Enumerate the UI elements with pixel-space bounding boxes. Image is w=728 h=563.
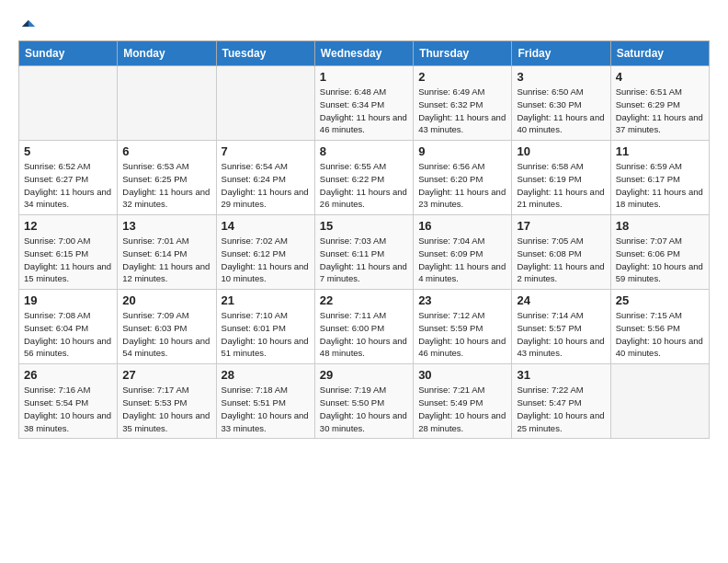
calendar-cell: 21Sunrise: 7:10 AM Sunset: 6:01 PM Dayli… [216,290,314,364]
week-row-1: 1Sunrise: 6:48 AM Sunset: 6:34 PM Daylig… [19,66,710,141]
day-number: 13 [122,219,210,233]
day-number: 22 [320,293,408,307]
day-number: 12 [24,219,112,233]
day-number: 20 [122,293,210,307]
day-info: Sunrise: 7:09 AM Sunset: 6:03 PM Dayligh… [122,309,210,360]
day-info: Sunrise: 6:50 AM Sunset: 6:30 PM Dayligh… [517,86,605,136]
calendar-cell: 4Sunrise: 6:51 AM Sunset: 6:29 PM Daylig… [610,66,709,141]
col-header-sunday: Sunday [19,41,118,66]
day-number: 4 [616,70,704,84]
day-number: 8 [320,144,408,158]
calendar-cell: 28Sunrise: 7:18 AM Sunset: 5:51 PM Dayli… [216,364,314,439]
day-number: 2 [418,70,506,84]
day-number: 1 [320,70,408,84]
day-info: Sunrise: 7:17 AM Sunset: 5:53 PM Dayligh… [122,384,210,434]
week-row-3: 12Sunrise: 7:00 AM Sunset: 6:15 PM Dayli… [19,215,710,290]
day-number: 11 [616,144,704,158]
day-info: Sunrise: 7:08 AM Sunset: 6:04 PM Dayligh… [24,309,112,360]
calendar-cell: 19Sunrise: 7:08 AM Sunset: 6:04 PM Dayli… [19,290,118,364]
calendar-cell: 14Sunrise: 7:02 AM Sunset: 6:12 PM Dayli… [216,215,314,290]
day-info: Sunrise: 7:14 AM Sunset: 5:57 PM Dayligh… [517,309,605,360]
calendar-cell: 10Sunrise: 6:58 AM Sunset: 6:19 PM Dayli… [512,141,610,215]
day-info: Sunrise: 7:04 AM Sunset: 6:09 PM Dayligh… [418,235,506,285]
calendar-cell: 17Sunrise: 7:05 AM Sunset: 6:08 PM Dayli… [512,215,610,290]
calendar-cell: 15Sunrise: 7:03 AM Sunset: 6:11 PM Dayli… [314,215,413,290]
day-info: Sunrise: 7:11 AM Sunset: 6:00 PM Dayligh… [320,309,408,360]
day-number: 19 [24,293,112,307]
col-header-thursday: Thursday [414,41,512,66]
day-number: 6 [122,144,210,158]
day-info: Sunrise: 7:02 AM Sunset: 6:12 PM Dayligh… [222,235,310,285]
day-number: 26 [24,368,112,382]
day-info: Sunrise: 7:22 AM Sunset: 5:47 PM Dayligh… [517,384,605,434]
calendar-cell [19,66,118,141]
day-number: 27 [122,368,210,382]
page-header [18,18,710,31]
calendar-cell: 6Sunrise: 6:53 AM Sunset: 6:25 PM Daylig… [118,141,216,215]
calendar-cell: 8Sunrise: 6:55 AM Sunset: 6:22 PM Daylig… [314,141,413,215]
day-number: 28 [222,368,310,382]
day-number: 24 [517,293,605,307]
day-number: 14 [222,219,310,233]
calendar-cell: 23Sunrise: 7:12 AM Sunset: 5:59 PM Dayli… [414,290,512,364]
calendar-cell: 9Sunrise: 6:56 AM Sunset: 6:20 PM Daylig… [414,141,512,215]
calendar-cell [610,364,709,439]
calendar-cell: 29Sunrise: 7:19 AM Sunset: 5:50 PM Dayli… [314,364,413,439]
header-row: SundayMondayTuesdayWednesdayThursdayFrid… [19,41,710,66]
calendar-cell: 26Sunrise: 7:16 AM Sunset: 5:54 PM Dayli… [19,364,118,439]
day-number: 30 [418,368,506,382]
col-header-monday: Monday [118,41,216,66]
calendar-cell: 27Sunrise: 7:17 AM Sunset: 5:53 PM Dayli… [118,364,216,439]
calendar-cell: 18Sunrise: 7:07 AM Sunset: 6:06 PM Dayli… [610,215,709,290]
day-info: Sunrise: 7:07 AM Sunset: 6:06 PM Dayligh… [616,235,704,285]
day-info: Sunrise: 7:05 AM Sunset: 6:08 PM Dayligh… [517,235,605,285]
day-info: Sunrise: 7:01 AM Sunset: 6:14 PM Dayligh… [122,235,210,285]
day-info: Sunrise: 6:56 AM Sunset: 6:20 PM Dayligh… [418,160,506,211]
day-number: 5 [24,144,112,158]
day-number: 21 [222,293,310,307]
day-number: 7 [222,144,310,158]
week-row-4: 19Sunrise: 7:08 AM Sunset: 6:04 PM Dayli… [19,290,710,364]
week-row-5: 26Sunrise: 7:16 AM Sunset: 5:54 PM Dayli… [19,364,710,439]
day-info: Sunrise: 7:12 AM Sunset: 5:59 PM Dayligh… [418,309,506,360]
day-number: 3 [517,70,605,84]
col-header-tuesday: Tuesday [216,41,314,66]
day-number: 18 [616,219,704,233]
day-info: Sunrise: 6:51 AM Sunset: 6:29 PM Dayligh… [616,86,704,136]
day-info: Sunrise: 6:52 AM Sunset: 6:27 PM Dayligh… [24,160,112,211]
day-info: Sunrise: 7:10 AM Sunset: 6:01 PM Dayligh… [222,309,310,360]
day-info: Sunrise: 6:49 AM Sunset: 6:32 PM Dayligh… [418,86,506,136]
calendar-cell: 25Sunrise: 7:15 AM Sunset: 5:56 PM Dayli… [610,290,709,364]
calendar-cell: 30Sunrise: 7:21 AM Sunset: 5:49 PM Dayli… [414,364,512,439]
day-number: 29 [320,368,408,382]
day-number: 16 [418,219,506,233]
day-info: Sunrise: 6:54 AM Sunset: 6:24 PM Dayligh… [222,160,310,211]
day-number: 10 [517,144,605,158]
calendar-cell: 1Sunrise: 6:48 AM Sunset: 6:34 PM Daylig… [314,66,413,141]
logo-flag-icon [20,18,37,35]
calendar-cell: 5Sunrise: 6:52 AM Sunset: 6:27 PM Daylig… [19,141,118,215]
calendar-cell: 20Sunrise: 7:09 AM Sunset: 6:03 PM Dayli… [118,290,216,364]
calendar-cell: 2Sunrise: 6:49 AM Sunset: 6:32 PM Daylig… [414,66,512,141]
day-info: Sunrise: 6:55 AM Sunset: 6:22 PM Dayligh… [320,160,408,211]
svg-marker-0 [28,20,35,27]
col-header-wednesday: Wednesday [314,41,413,66]
calendar-cell: 3Sunrise: 6:50 AM Sunset: 6:30 PM Daylig… [512,66,610,141]
calendar-cell: 22Sunrise: 7:11 AM Sunset: 6:00 PM Dayli… [314,290,413,364]
day-info: Sunrise: 7:03 AM Sunset: 6:11 PM Dayligh… [320,235,408,285]
calendar-cell: 24Sunrise: 7:14 AM Sunset: 5:57 PM Dayli… [512,290,610,364]
col-header-saturday: Saturday [610,41,709,66]
day-number: 15 [320,219,408,233]
day-info: Sunrise: 7:18 AM Sunset: 5:51 PM Dayligh… [222,384,310,434]
day-number: 23 [418,293,506,307]
calendar-cell: 11Sunrise: 6:59 AM Sunset: 6:17 PM Dayli… [610,141,709,215]
calendar-cell: 31Sunrise: 7:22 AM Sunset: 5:47 PM Dayli… [512,364,610,439]
day-info: Sunrise: 6:48 AM Sunset: 6:34 PM Dayligh… [320,86,408,136]
calendar-cell [118,66,216,141]
week-row-2: 5Sunrise: 6:52 AM Sunset: 6:27 PM Daylig… [19,141,710,215]
calendar-cell: 7Sunrise: 6:54 AM Sunset: 6:24 PM Daylig… [216,141,314,215]
calendar-table: SundayMondayTuesdayWednesdayThursdayFrid… [18,40,710,439]
svg-marker-1 [22,20,28,27]
day-info: Sunrise: 6:53 AM Sunset: 6:25 PM Dayligh… [122,160,210,211]
day-number: 31 [517,368,605,382]
